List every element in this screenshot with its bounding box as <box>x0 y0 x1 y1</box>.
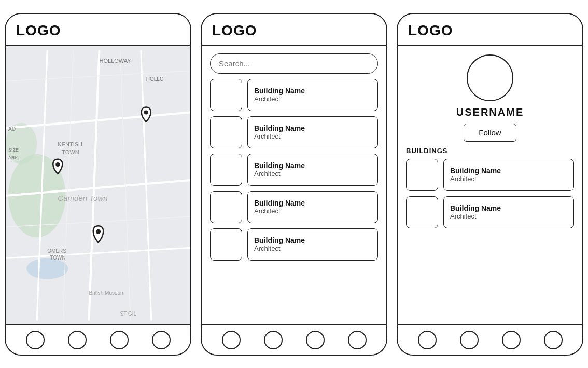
building-thumb-3 <box>210 154 242 186</box>
building-info-3: Building Name Architect <box>247 154 378 186</box>
search-section: Building Name Architect Building Name Ar… <box>202 46 386 268</box>
building-info-1: Building Name Architect <box>247 79 378 111</box>
profile-logo: LOGO <box>408 22 453 38</box>
building-name-2: Building Name <box>254 124 371 132</box>
building-architect-3: Architect <box>254 170 371 178</box>
search-nav-btn-4[interactable] <box>348 331 367 349</box>
map-svg: HOLLOWAY HOLLC AD SIZE ARK KENTISH TOWN … <box>6 46 190 324</box>
building-architect-5: Architect <box>254 244 371 252</box>
list-item: Building Name Architect <box>210 116 378 148</box>
search-logo: LOGO <box>212 22 257 38</box>
building-architect-2: Architect <box>254 132 371 140</box>
list-item: Building Name Architect <box>210 191 378 223</box>
search-input[interactable] <box>210 53 378 74</box>
map-phone-header: LOGO <box>6 14 190 46</box>
map-view[interactable]: HOLLOWAY HOLLC AD SIZE ARK KENTISH TOWN … <box>6 46 190 324</box>
list-item: Building Name Architect <box>210 154 378 186</box>
nav-btn-1[interactable] <box>26 331 45 349</box>
svg-text:SIZE: SIZE <box>8 147 19 152</box>
profile-building-architect-1: Architect <box>450 175 567 183</box>
profile-section: USERNAME Follow <box>398 46 582 147</box>
username: USERNAME <box>456 106 524 118</box>
building-thumb-4 <box>210 191 242 223</box>
profile-building-thumb-2 <box>406 196 438 228</box>
building-name-5: Building Name <box>254 236 371 244</box>
building-thumb-1 <box>210 79 242 111</box>
svg-text:HOLLC: HOLLC <box>146 76 163 82</box>
follow-button[interactable]: Follow <box>464 124 516 142</box>
building-thumb-2 <box>210 116 242 148</box>
building-list: Building Name Architect Building Name Ar… <box>210 79 378 261</box>
search-phone-header: LOGO <box>202 14 386 46</box>
svg-point-28 <box>96 229 101 234</box>
profile-nav-btn-2[interactable] <box>460 331 479 349</box>
profile-list-item: Building Name Architect <box>406 159 574 191</box>
search-nav-btn-3[interactable] <box>306 331 325 349</box>
profile-nav-btn-3[interactable] <box>502 331 521 349</box>
profile-building-name-2: Building Name <box>450 204 567 212</box>
profile-buildings-section: BUILDINGS Building Name Architect Buildi… <box>398 147 582 228</box>
profile-building-name-1: Building Name <box>450 167 567 175</box>
svg-point-27 <box>55 162 60 166</box>
building-name-3: Building Name <box>254 161 371 170</box>
buildings-section-label: BUILDINGS <box>406 147 574 155</box>
profile-building-info-2: Building Name Architect <box>443 196 574 228</box>
search-content-wrapper: Building Name Architect Building Name Ar… <box>202 46 386 324</box>
search-phone: LOGO Building Name Architect <box>201 13 387 356</box>
building-info-5: Building Name Architect <box>247 228 378 261</box>
profile-building-architect-2: Architect <box>450 212 567 220</box>
building-name-1: Building Name <box>254 87 371 95</box>
profile-list-item: Building Name Architect <box>406 196 574 228</box>
building-info-4: Building Name Architect <box>247 191 378 223</box>
search-nav-btn-2[interactable] <box>264 331 283 349</box>
profile-phone-header: LOGO <box>398 14 582 46</box>
map-phone: LOGO <box>5 13 191 356</box>
profile-building-thumb-1 <box>406 159 438 191</box>
svg-text:ST GIL: ST GIL <box>120 310 137 316</box>
profile-building-list: Building Name Architect Building Name Ar… <box>406 159 574 228</box>
list-item: Building Name Architect <box>210 228 378 261</box>
svg-text:KENTISH: KENTISH <box>58 141 82 147</box>
profile-phone: LOGO USERNAME Follow BUILDINGS Building … <box>397 13 583 356</box>
nav-btn-3[interactable] <box>110 331 129 349</box>
building-info-2: Building Name Architect <box>247 116 378 148</box>
svg-text:ARK: ARK <box>8 155 18 160</box>
search-nav-btn-1[interactable] <box>222 331 241 349</box>
nav-btn-4[interactable] <box>152 331 171 349</box>
svg-text:AD: AD <box>8 126 16 131</box>
svg-text:Camden Town: Camden Town <box>58 194 107 202</box>
svg-point-26 <box>144 110 148 114</box>
building-architect-1: Architect <box>254 95 371 103</box>
svg-text:British Museum: British Museum <box>89 290 124 295</box>
phones-container: LOGO <box>0 3 588 366</box>
building-name-4: Building Name <box>254 199 371 207</box>
list-item: Building Name Architect <box>210 79 378 111</box>
building-thumb-5 <box>210 228 242 261</box>
profile-nav-btn-1[interactable] <box>418 331 437 349</box>
map-logo: LOGO <box>16 22 61 38</box>
map-content[interactable]: HOLLOWAY HOLLC AD SIZE ARK KENTISH TOWN … <box>6 46 190 324</box>
svg-text:TOWN: TOWN <box>50 255 65 261</box>
svg-text:OMERS: OMERS <box>47 248 66 254</box>
profile-content-wrapper: USERNAME Follow BUILDINGS Building Name … <box>398 46 582 324</box>
avatar <box>467 54 513 101</box>
svg-text:HOLLOWAY: HOLLOWAY <box>100 58 132 64</box>
nav-btn-2[interactable] <box>68 331 87 349</box>
svg-point-3 <box>26 258 68 279</box>
profile-phone-footer <box>398 324 582 355</box>
building-architect-4: Architect <box>254 207 371 215</box>
svg-text:TOWN: TOWN <box>62 148 79 155</box>
profile-nav-btn-4[interactable] <box>544 331 563 349</box>
map-phone-footer <box>6 324 190 355</box>
profile-building-info-1: Building Name Architect <box>443 159 574 191</box>
search-phone-footer <box>202 324 386 355</box>
